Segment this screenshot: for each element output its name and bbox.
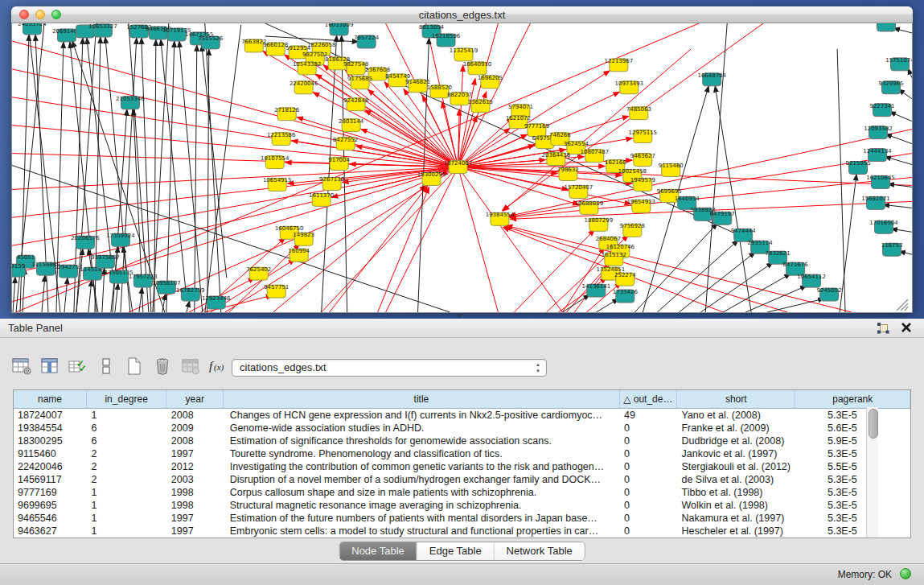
graph-node[interactable]: 9242848 bbox=[343, 97, 368, 111]
table-row[interactable]: 946554611997Estimation of the future num… bbox=[14, 512, 910, 525]
graph-node[interactable]: 18807299 bbox=[585, 217, 614, 231]
graph-node[interactable]: 12975115 bbox=[629, 130, 658, 143]
tab-edge-table[interactable]: Edge Table bbox=[417, 542, 495, 560]
float-panel-icon[interactable] bbox=[876, 322, 890, 335]
graph-node[interactable]: 9267130 bbox=[319, 176, 344, 190]
graph-node[interactable]: 7857224 bbox=[354, 35, 380, 48]
table-row[interactable]: 911546021997Tourette syndrome. Phenomeno… bbox=[14, 447, 910, 460]
graph-node[interactable]: 19654923 bbox=[627, 199, 656, 212]
graph-node-label: 8813054 bbox=[419, 24, 445, 31]
window-titlebar[interactable]: citations_edges.txt bbox=[11, 6, 913, 23]
column-header-pagerank[interactable]: pagerank bbox=[795, 390, 910, 409]
graph-node[interactable]: 20206576 bbox=[71, 235, 100, 249]
memory-ok-indicator[interactable] bbox=[900, 568, 911, 579]
graph-node[interactable]: 1615132 bbox=[602, 252, 626, 266]
graph-node[interactable]: 17016504 bbox=[869, 220, 898, 233]
graph-node[interactable]: 16033809 bbox=[325, 23, 354, 35]
graph-node[interactable]: 1696205 bbox=[478, 75, 503, 89]
table-row[interactable]: 1456911722003Disruption of a novel membe… bbox=[14, 473, 910, 486]
table-row[interactable]: 969969511998Structural magnetic resonanc… bbox=[14, 499, 910, 512]
graph-node[interactable]: 9115460 bbox=[659, 163, 684, 177]
splitter-handle[interactable] bbox=[455, 314, 463, 318]
graph-node[interactable]: 10688609 bbox=[575, 200, 604, 214]
graph-node[interactable]: 9245052 bbox=[817, 287, 842, 301]
graph-node[interactable]: 21053346 bbox=[116, 96, 145, 109]
table-settings-icon[interactable] bbox=[11, 356, 32, 377]
graph-node[interactable]: 9463627 bbox=[630, 153, 655, 167]
graph-node[interactable]: 12213967 bbox=[605, 58, 634, 72]
network-view-window[interactable]: citations_edges.txt 76638229660128591295… bbox=[11, 6, 913, 312]
table-row[interactable]: 946362711997Embryonic stem cells: a mode… bbox=[14, 525, 910, 538]
table-scrollbar[interactable] bbox=[866, 407, 878, 538]
graph-node[interactable]: 7625402 bbox=[246, 266, 271, 280]
graph-node[interactable]: 19384554 bbox=[486, 212, 515, 225]
graph-node[interactable]: 149823 bbox=[293, 232, 314, 245]
graph-node[interactable]: 17359924 bbox=[106, 233, 135, 246]
graph-node[interactable]: 12093582 bbox=[864, 126, 893, 139]
graph-node[interactable]: 798632 bbox=[557, 167, 579, 180]
graph-node[interactable]: 1112 bbox=[877, 23, 896, 31]
graph-node[interactable]: 10543382 bbox=[293, 61, 322, 75]
column-header-short[interactable]: short bbox=[676, 390, 795, 409]
import-table-icon[interactable]: ✓✓ bbox=[68, 356, 88, 377]
graph-node[interactable]: 8427552 bbox=[333, 137, 358, 150]
table-row[interactable]: 1830029562008Estimation of significance … bbox=[14, 435, 910, 447]
table-row[interactable]: 2242004622012Investigating the contribut… bbox=[14, 460, 910, 473]
graph-node[interactable]: 252274 bbox=[614, 272, 636, 286]
column-header-year[interactable]: year bbox=[166, 390, 224, 409]
network-canvas[interactable]: 7663822966012859129541822605898275021054… bbox=[11, 23, 913, 313]
graph-node[interactable]: 9215955 bbox=[846, 161, 871, 175]
graph-node[interactable]: 2803144 bbox=[339, 118, 364, 132]
graph-node[interactable]: 9329965 bbox=[878, 80, 903, 94]
tab-network-table[interactable]: Network Table bbox=[495, 542, 585, 560]
graph-node[interactable]: 24055724 bbox=[18, 23, 47, 35]
delete-rows-icon[interactable] bbox=[152, 356, 173, 377]
graph-node[interactable]: 10654112 bbox=[797, 274, 826, 287]
graph-node[interactable]: 39159 bbox=[12, 263, 25, 277]
graph-node[interactable]: 11325419 bbox=[450, 47, 478, 61]
column-header-in_degree[interactable]: in_degree bbox=[86, 390, 166, 409]
new-document-icon[interactable] bbox=[124, 356, 145, 377]
graph-node[interactable]: 7515526 bbox=[198, 35, 223, 49]
graph-node[interactable]: 16640910 bbox=[463, 61, 492, 75]
column-header-out_degree[interactable]: △ out_de… bbox=[619, 390, 676, 409]
table-row[interactable]: 1872400712008Changes of HCN gene express… bbox=[14, 409, 910, 422]
graph-node[interactable]: 16782759 bbox=[176, 287, 205, 301]
window-resize-grip[interactable] bbox=[897, 299, 908, 311]
row-options-icon[interactable] bbox=[96, 356, 117, 377]
graph-node[interactable]: 12213586 bbox=[267, 132, 296, 146]
insert-column-icon[interactable] bbox=[39, 356, 60, 377]
graph-node[interactable]: 1733426 bbox=[613, 289, 638, 303]
tab-node-table[interactable]: Node Table bbox=[339, 542, 417, 560]
table-scrollbar-thumb[interactable] bbox=[869, 409, 878, 439]
graph-node[interactable]: 1362615 bbox=[468, 99, 493, 113]
graph-node[interactable]: 2718126 bbox=[274, 107, 299, 121]
function-builder-icon[interactable]: f(x) bbox=[208, 356, 229, 377]
graph-node[interactable]: 1949579 bbox=[630, 177, 655, 191]
table-row[interactable]: 977716911998Corpus callosum shape and si… bbox=[14, 486, 910, 499]
graph-node[interactable]: 9175685 bbox=[347, 76, 372, 89]
close-panel-icon[interactable] bbox=[900, 321, 913, 334]
graph-node[interactable]: 12444134 bbox=[863, 148, 892, 162]
table-row[interactable]: 1938455462009Genome-wide association stu… bbox=[14, 422, 910, 435]
graph-node[interactable]: 9457751 bbox=[264, 284, 289, 298]
graph-node[interactable]: 1611370 bbox=[309, 192, 334, 206]
graph-node[interactable]: 9660128 bbox=[263, 42, 288, 56]
graph-node[interactable]: 12942757 bbox=[54, 264, 83, 278]
graph-node[interactable]: 160994 bbox=[288, 248, 310, 262]
graph-node[interactable]: 917004 bbox=[328, 157, 350, 171]
graph-node[interactable]: 7485063 bbox=[626, 106, 651, 120]
column-header-title[interactable]: title bbox=[224, 390, 619, 409]
graph-node[interactable]: 15720407 bbox=[565, 184, 593, 198]
graph-node[interactable]: 9756928 bbox=[620, 223, 645, 237]
graph-node[interactable]: 22420046 bbox=[290, 80, 318, 94]
citation-graph[interactable]: 7663822966012859129541822605898275021054… bbox=[12, 23, 912, 312]
graph-node[interactable]: 1145194 bbox=[80, 266, 105, 280]
graph-node[interactable]: 15751074 bbox=[885, 57, 912, 71]
graph-node[interactable]: 6479197 bbox=[710, 211, 735, 225]
graph-node[interactable]: 116753 bbox=[881, 242, 903, 256]
table-select-dropdown[interactable]: citations_edges.txt ▲▼ bbox=[232, 359, 547, 377]
column-header-name[interactable]: name bbox=[14, 390, 86, 409]
graph-node[interactable]: 9227341 bbox=[869, 103, 894, 117]
graph-node[interactable]: 19218596 bbox=[432, 33, 461, 47]
